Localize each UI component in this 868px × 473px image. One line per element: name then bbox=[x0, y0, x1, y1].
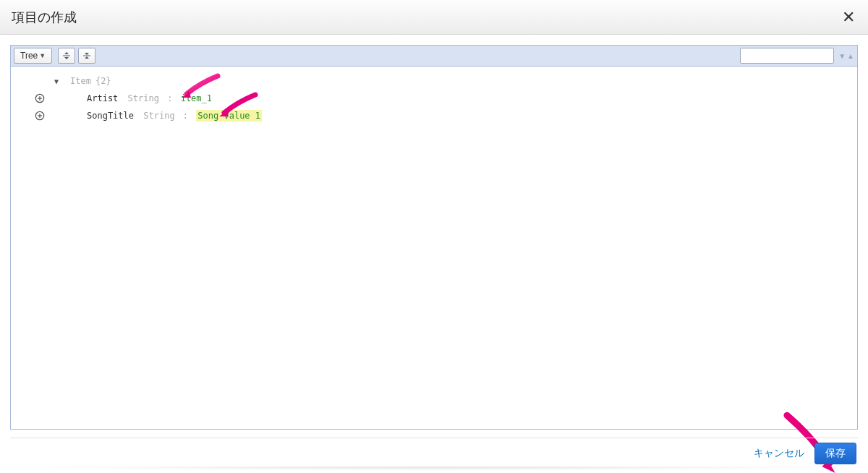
page-shadow bbox=[2, 466, 866, 471]
close-icon[interactable]: ✕ bbox=[842, 9, 855, 25]
tree-row[interactable]: Artist String : item_1 bbox=[11, 90, 857, 107]
search-input[interactable] bbox=[740, 48, 834, 64]
expand-collapse-group bbox=[58, 48, 95, 64]
field-key: SongTitle bbox=[87, 111, 134, 121]
root-count: {2} bbox=[95, 76, 111, 86]
tree-row[interactable]: SongTitle String : Song Value 1 bbox=[11, 107, 857, 124]
field-key: Artist bbox=[87, 93, 118, 103]
collapse-toggle-icon[interactable]: ▼ bbox=[54, 77, 61, 85]
json-tree-editor: ▼ Item {2} Artist String : item_1 bbox=[10, 67, 858, 430]
collapse-all-button[interactable] bbox=[78, 48, 95, 64]
editor-container: Tree ▼ ⌕ ▼ ▲ bbox=[0, 35, 868, 430]
chevron-down-icon: ▼ bbox=[39, 52, 46, 59]
view-mode-label: Tree bbox=[20, 51, 38, 61]
search-prev-icon[interactable]: ▲ bbox=[847, 52, 854, 60]
field-separator: : bbox=[167, 93, 172, 103]
search-group: ⌕ ▼ ▲ bbox=[740, 48, 854, 64]
tree-root-row[interactable]: ▼ Item {2} bbox=[11, 72, 857, 90]
view-mode-dropdown[interactable]: Tree ▼ bbox=[14, 48, 52, 64]
editor-toolbar: Tree ▼ ⌕ ▼ ▲ bbox=[10, 45, 858, 67]
dialog-title: 項目の作成 bbox=[12, 9, 77, 26]
collapse-all-icon bbox=[82, 51, 92, 61]
save-button[interactable]: 保存 bbox=[814, 443, 856, 464]
search-box: ⌕ bbox=[740, 48, 834, 64]
field-type: String bbox=[128, 93, 159, 103]
tree-row-content: SongTitle String : Song Value 1 bbox=[54, 111, 262, 121]
tree-row-content: Artist String : item_1 bbox=[54, 93, 212, 103]
cancel-button[interactable]: キャンセル bbox=[754, 447, 804, 460]
field-type: String bbox=[143, 111, 174, 121]
search-next-icon[interactable]: ▼ bbox=[838, 52, 846, 60]
field-value[interactable]: Song Value 1 bbox=[196, 110, 262, 122]
dialog-footer: キャンセル 保存 bbox=[754, 443, 856, 464]
field-separator: : bbox=[183, 111, 188, 121]
dialog-header: 項目の作成 ✕ bbox=[0, 0, 868, 35]
add-field-icon[interactable] bbox=[35, 93, 45, 103]
expand-all-icon bbox=[61, 51, 72, 61]
footer-divider bbox=[10, 438, 858, 438]
expand-all-button[interactable] bbox=[58, 48, 75, 64]
root-name: Item bbox=[70, 76, 91, 86]
search-nav-arrows: ▼ ▲ bbox=[838, 52, 854, 60]
add-field-icon[interactable] bbox=[35, 111, 45, 121]
field-value[interactable]: item_1 bbox=[181, 93, 212, 103]
